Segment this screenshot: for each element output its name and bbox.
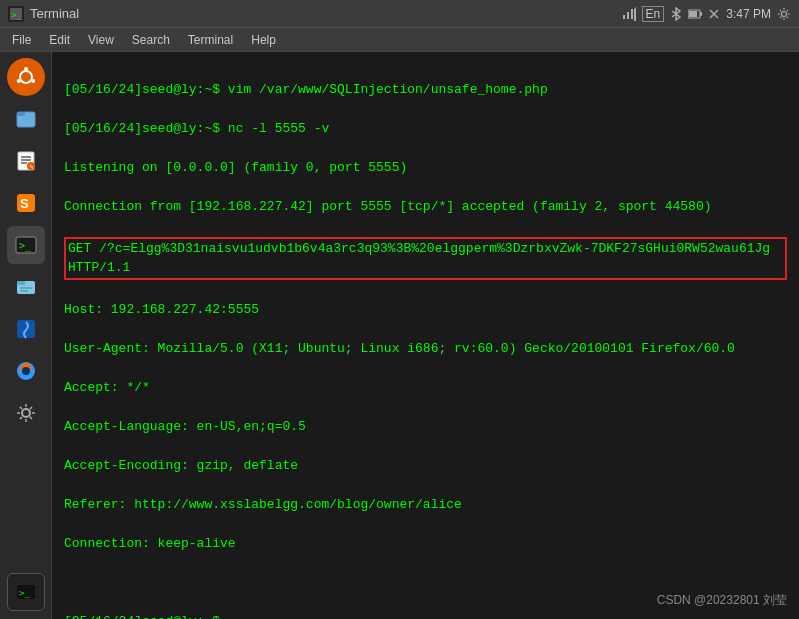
svg-rect-4 xyxy=(631,9,633,19)
terminal-line-10: Accept-Encoding: gzip, deflate xyxy=(64,456,787,476)
title-bar-right: En 3:47 PM xyxy=(622,6,791,22)
svg-rect-18 xyxy=(17,112,25,116)
svg-point-14 xyxy=(24,67,28,71)
svg-point-11 xyxy=(782,11,787,16)
battery-icon xyxy=(688,9,702,19)
svg-rect-7 xyxy=(700,12,702,16)
terminal-line-4: Connection from [192.168.227.42] port 55… xyxy=(64,197,787,217)
svg-text:S: S xyxy=(20,196,29,211)
terminal-line-12: Connection: keep-alive xyxy=(64,534,787,554)
menu-help[interactable]: Help xyxy=(243,31,284,49)
watermark: CSDN @20232801 刘莹 xyxy=(657,592,787,609)
menu-bar: File Edit View Search Terminal Help xyxy=(0,28,799,52)
terminal-line-2: [05/16/24]seed@ly:~$ nc -l 5555 -v xyxy=(64,119,787,139)
terminal-line-3: Listening on [0.0.0.0] (family 0, port 5… xyxy=(64,158,787,178)
terminal-line-5-highlighted: GET /?c=Elgg%3D31naisvu1udvb1b6v4a3rc3q9… xyxy=(64,237,787,280)
sidebar-sublime-icon[interactable]: S xyxy=(7,184,45,222)
sidebar-terminal-icon[interactable]: >_ xyxy=(7,226,45,264)
terminal-line-11: Referer: http://www.xsslabelgg.com/blog/… xyxy=(64,495,787,515)
main-container: ✎ S >_ xyxy=(0,52,799,619)
sidebar-filemanager-icon[interactable] xyxy=(7,268,45,306)
terminal-line-9: Accept-Language: en-US,en;q=0.5 xyxy=(64,417,787,437)
sidebar-texteditor-icon[interactable]: ✎ xyxy=(7,142,45,180)
title-bar-left: >_ Terminal xyxy=(8,6,79,22)
terminal-line-14: [05/16/24]seed@ly:~$ xyxy=(64,612,787,619)
terminal-line-8: Accept: */* xyxy=(64,378,787,398)
sidebar: ✎ S >_ xyxy=(0,52,52,619)
svg-text:✎: ✎ xyxy=(28,164,33,170)
svg-text:>_: >_ xyxy=(19,588,30,598)
title-bar: >_ Terminal En xyxy=(0,0,799,28)
terminal-title-icon: >_ xyxy=(8,6,24,22)
svg-text:>_: >_ xyxy=(11,10,22,20)
terminal-line-13 xyxy=(64,573,787,593)
terminal-line-1: [05/16/24]seed@ly:~$ vim /var/www/SQLInj… xyxy=(64,80,787,100)
title-text: Terminal xyxy=(30,6,79,21)
svg-rect-2 xyxy=(623,15,625,19)
terminal-area[interactable]: [05/16/24]seed@ly:~$ vim /var/www/SQLInj… xyxy=(52,52,799,619)
svg-point-16 xyxy=(16,79,20,83)
close-status-icon xyxy=(708,8,720,20)
menu-search[interactable]: Search xyxy=(124,31,178,49)
svg-point-35 xyxy=(22,367,30,375)
sidebar-firefox-icon[interactable] xyxy=(7,352,45,390)
sidebar-bottom: >_ xyxy=(7,573,45,611)
sidebar-terminal2-icon[interactable]: >_ xyxy=(7,573,45,611)
sidebar-settings-icon[interactable] xyxy=(7,394,45,432)
svg-marker-5 xyxy=(634,7,636,21)
sidebar-wireshark-icon[interactable] xyxy=(7,310,45,348)
language-indicator: En xyxy=(642,6,665,22)
svg-rect-30 xyxy=(17,281,25,285)
terminal-output: [05/16/24]seed@ly:~$ vim /var/www/SQLInj… xyxy=(64,60,787,619)
settings-status-icon xyxy=(777,7,791,21)
svg-text:>_: >_ xyxy=(19,240,32,252)
menu-edit[interactable]: Edit xyxy=(41,31,78,49)
sidebar-files-icon[interactable] xyxy=(7,100,45,138)
bluetooth-icon xyxy=(670,7,682,21)
menu-view[interactable]: View xyxy=(80,31,122,49)
svg-point-36 xyxy=(22,409,30,417)
terminal-line-7: User-Agent: Mozilla/5.0 (X11; Ubuntu; Li… xyxy=(64,339,787,359)
menu-terminal[interactable]: Terminal xyxy=(180,31,241,49)
signal-icon xyxy=(622,7,636,21)
menu-file[interactable]: File xyxy=(4,31,39,49)
svg-rect-3 xyxy=(627,12,629,19)
svg-rect-8 xyxy=(689,11,697,17)
sidebar-ubuntu-icon[interactable] xyxy=(7,58,45,96)
svg-point-15 xyxy=(31,79,35,83)
time-display: 3:47 PM xyxy=(726,7,771,21)
status-icons: En 3:47 PM xyxy=(622,6,791,22)
terminal-line-6: Host: 192.168.227.42:5555 xyxy=(64,300,787,320)
